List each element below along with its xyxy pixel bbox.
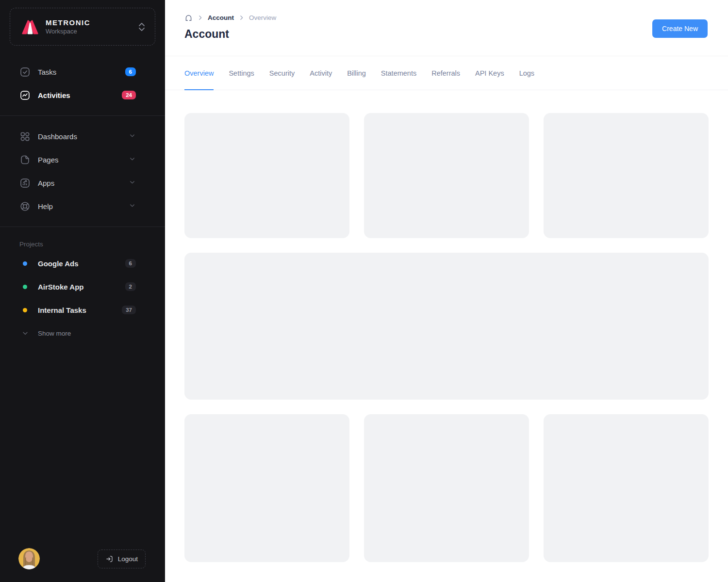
project-item-airstoke-app[interactable]: AirStoke App 2 bbox=[0, 275, 165, 298]
chevron-down-icon bbox=[19, 329, 31, 337]
activities-count-badge: 24 bbox=[122, 91, 136, 100]
sidebar-item-label: Help bbox=[38, 202, 53, 210]
placeholder-card bbox=[184, 113, 349, 238]
placeholder-row-top bbox=[184, 113, 709, 238]
project-dot-icon bbox=[23, 285, 27, 289]
tab-api-keys[interactable]: API Keys bbox=[475, 56, 504, 90]
tasks-count-badge: 6 bbox=[125, 67, 136, 77]
home-icon[interactable] bbox=[184, 14, 193, 22]
tab-logs[interactable]: Logs bbox=[519, 56, 534, 90]
sidebar-footer: Logout bbox=[0, 536, 165, 582]
sidebar-item-label: Apps bbox=[38, 179, 54, 187]
metronic-logo-icon bbox=[21, 18, 39, 35]
sidebar-item-apps[interactable]: Apps bbox=[0, 171, 165, 194]
grid-icon bbox=[19, 131, 31, 142]
sidebar-item-label: Tasks bbox=[38, 68, 56, 76]
content-area bbox=[165, 90, 728, 562]
project-dot-icon bbox=[23, 308, 27, 312]
breadcrumb-account[interactable]: Account bbox=[208, 14, 234, 21]
placeholder-card-wide bbox=[184, 253, 709, 400]
workspace-selector[interactable]: METRONIC Workspace bbox=[10, 8, 155, 46]
avatar[interactable] bbox=[18, 548, 40, 569]
project-item-internal-tasks[interactable]: Internal Tasks 37 bbox=[0, 298, 165, 322]
main-content: Account Overview Account Create New Over… bbox=[165, 0, 728, 582]
logout-button[interactable]: Logout bbox=[98, 550, 146, 568]
sidebar-item-label: Activities bbox=[38, 91, 70, 99]
show-more-button[interactable]: Show more bbox=[0, 322, 165, 345]
sidebar-divider bbox=[0, 226, 165, 227]
tab-bar: Overview Settings Security Activity Bill… bbox=[165, 56, 728, 90]
show-more-label: Show more bbox=[38, 330, 71, 337]
app-root: METRONIC Workspace Tasks 6 Act bbox=[0, 0, 728, 582]
apps-chart-icon bbox=[19, 178, 31, 189]
placeholder-card bbox=[184, 414, 349, 562]
placeholder-card bbox=[544, 414, 709, 562]
chevron-right-icon bbox=[197, 15, 203, 21]
project-item-google-ads[interactable]: Google Ads 6 bbox=[0, 252, 165, 275]
tab-overview[interactable]: Overview bbox=[184, 56, 214, 90]
chevron-down-icon bbox=[129, 132, 136, 141]
projects-heading: Projects bbox=[0, 229, 165, 252]
workspace-text: METRONIC Workspace bbox=[46, 18, 132, 35]
sidebar-item-activities[interactable]: Activities 24 bbox=[0, 83, 165, 107]
project-count-badge: 6 bbox=[125, 259, 136, 268]
tab-settings[interactable]: Settings bbox=[229, 56, 254, 90]
page-title: Account bbox=[184, 28, 709, 41]
project-dot-icon bbox=[23, 261, 27, 266]
chevron-down-icon bbox=[129, 202, 136, 210]
logout-icon bbox=[105, 555, 114, 563]
project-name: Internal Tasks bbox=[38, 306, 86, 314]
tab-statements[interactable]: Statements bbox=[381, 56, 416, 90]
sidebar-item-label: Pages bbox=[38, 156, 59, 164]
tab-activity[interactable]: Activity bbox=[310, 56, 332, 90]
projects-section: Projects Google Ads 6 AirStoke App 2 Int… bbox=[0, 229, 165, 345]
sidebar-item-pages[interactable]: Pages bbox=[0, 148, 165, 171]
breadcrumb: Account Overview bbox=[184, 14, 709, 22]
sidebar-nav-menu: Dashboards Pages Apps bbox=[0, 118, 165, 225]
chevron-down-icon bbox=[129, 178, 136, 187]
page-header: Account Overview Account Create New bbox=[165, 0, 728, 56]
breadcrumb-overview: Overview bbox=[249, 14, 276, 21]
project-name: AirStoke App bbox=[38, 283, 83, 291]
workspace-label: Workspace bbox=[46, 28, 132, 35]
placeholder-card bbox=[364, 113, 529, 238]
create-new-button[interactable]: Create New bbox=[652, 19, 708, 38]
chevron-down-icon bbox=[129, 155, 136, 164]
sidebar-item-dashboards[interactable]: Dashboards bbox=[0, 125, 165, 148]
sidebar-item-label: Dashboards bbox=[38, 132, 77, 141]
sidebar-nav-top: Tasks 6 Activities 24 bbox=[0, 46, 165, 113]
placeholder-card bbox=[544, 113, 709, 238]
tab-security[interactable]: Security bbox=[269, 56, 295, 90]
chevron-right-icon bbox=[238, 15, 245, 21]
sidebar: METRONIC Workspace Tasks 6 Act bbox=[0, 0, 165, 582]
chevron-up-down-icon[interactable] bbox=[138, 22, 145, 32]
check-square-icon bbox=[19, 66, 31, 78]
activity-chart-icon bbox=[19, 90, 31, 101]
logout-label: Logout bbox=[118, 555, 138, 563]
life-buoy-icon bbox=[19, 201, 31, 212]
sidebar-item-help[interactable]: Help bbox=[0, 194, 165, 218]
placeholder-row-bottom bbox=[184, 414, 709, 562]
tab-referrals[interactable]: Referrals bbox=[431, 56, 460, 90]
placeholder-card bbox=[364, 414, 529, 562]
project-name: Google Ads bbox=[38, 259, 79, 268]
project-count-badge: 37 bbox=[122, 306, 136, 315]
tab-billing[interactable]: Billing bbox=[347, 56, 366, 90]
app-title: METRONIC bbox=[46, 18, 132, 27]
sidebar-item-tasks[interactable]: Tasks 6 bbox=[0, 60, 165, 83]
sidebar-divider bbox=[0, 115, 165, 116]
project-count-badge: 2 bbox=[125, 282, 136, 291]
page-icon bbox=[19, 154, 31, 165]
